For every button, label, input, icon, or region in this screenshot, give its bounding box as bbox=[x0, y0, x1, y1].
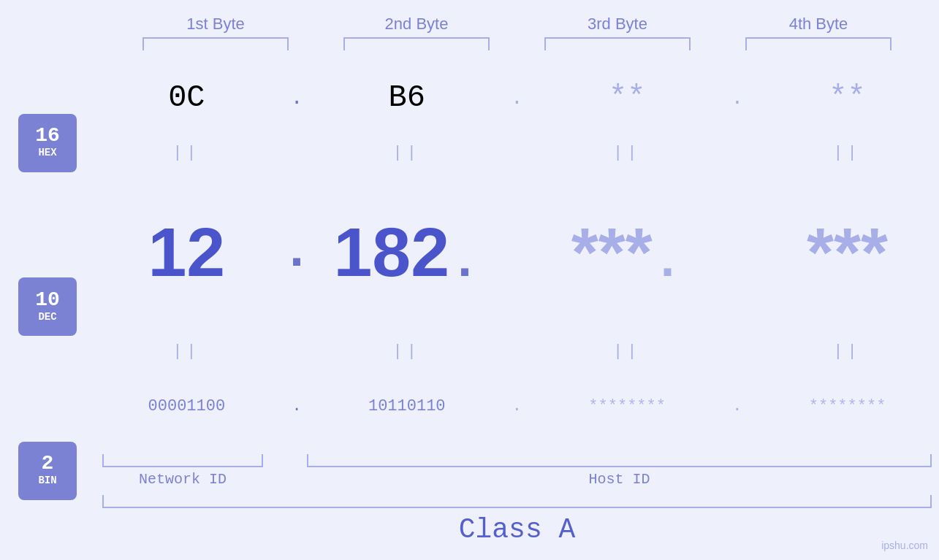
dec-byte-3: ***. bbox=[547, 212, 707, 292]
hex-byte-3: ** bbox=[547, 80, 707, 115]
equals-row-1: || || || || bbox=[95, 142, 939, 164]
bin-badge: 2 BIN bbox=[18, 442, 77, 500]
hex-dot-3: . bbox=[715, 87, 759, 110]
id-labels: Network ID Host ID bbox=[95, 471, 939, 488]
hex-badge: 16 HEX bbox=[18, 114, 77, 172]
bracket-4 bbox=[745, 37, 892, 50]
badges-column: 16 HEX 10 DEC 2 BIN bbox=[0, 54, 95, 560]
dec-val-4: *** bbox=[807, 213, 888, 291]
bin-row: 00001100 . 10110110 . ******** . *******… bbox=[95, 362, 939, 450]
bin-byte-4: ******** bbox=[767, 397, 928, 415]
dec-byte-4: *** bbox=[767, 212, 928, 292]
bin-byte-1: 00001100 bbox=[106, 397, 267, 415]
byte-2-header: 2nd Byte bbox=[336, 15, 497, 34]
eq1-2: || bbox=[327, 144, 487, 162]
dec-byte-2: 182. bbox=[327, 212, 487, 292]
bin-byte-2: 10110110 bbox=[327, 397, 487, 415]
hex-byte-4: ** bbox=[767, 80, 928, 115]
dec-badge-label: DEC bbox=[38, 310, 56, 325]
hex-badge-label: HEX bbox=[38, 146, 56, 161]
hex-val-4: ** bbox=[829, 80, 865, 115]
host-bracket bbox=[307, 454, 932, 467]
bin-badge-label: BIN bbox=[38, 474, 56, 488]
eq1-4: || bbox=[767, 144, 928, 162]
bracket-2 bbox=[343, 37, 490, 50]
dec-val-1: 12 bbox=[148, 213, 226, 291]
hex-byte-2: B6 bbox=[327, 80, 487, 115]
eq2-4: || bbox=[767, 342, 928, 361]
bracket-1 bbox=[142, 37, 289, 50]
bin-val-2: 10110110 bbox=[368, 397, 446, 415]
net-bracket bbox=[102, 454, 263, 467]
byte-headers: 1st Byte 2nd Byte 3rd Byte 4th Byte bbox=[115, 15, 919, 34]
hex-byte-1: 0C bbox=[106, 80, 267, 115]
outer-bracket bbox=[102, 495, 932, 508]
bin-dot-3: . bbox=[715, 397, 759, 415]
values-area: 0C . B6 . ** . ** || || bbox=[95, 54, 939, 560]
byte-4-header: 4th Byte bbox=[738, 15, 899, 34]
dec-badge-number: 10 bbox=[35, 290, 60, 310]
equals-row-2: || || || || bbox=[95, 340, 939, 362]
byte-3-header: 3rd Byte bbox=[537, 15, 698, 34]
hex-val-2: B6 bbox=[389, 80, 425, 115]
hex-dot-2: . bbox=[495, 87, 539, 110]
bracket-3 bbox=[544, 37, 691, 50]
eq1-1: || bbox=[106, 144, 267, 162]
eq1-3: || bbox=[547, 144, 707, 162]
host-id-label: Host ID bbox=[307, 471, 932, 488]
watermark: ipshu.com bbox=[881, 540, 928, 551]
bin-val-1: 00001100 bbox=[148, 397, 226, 415]
eq2-2: || bbox=[327, 342, 487, 361]
hex-val-3: ** bbox=[609, 80, 645, 115]
dec-dot-1: . bbox=[275, 223, 319, 281]
hex-badge-number: 16 bbox=[35, 126, 60, 146]
eq2-1: || bbox=[106, 342, 267, 361]
byte-1-header: 1st Byte bbox=[135, 15, 296, 34]
hex-val-1: 0C bbox=[168, 80, 205, 115]
bin-val-3: ******** bbox=[588, 397, 666, 415]
hex-dot-1: . bbox=[275, 87, 319, 110]
outer-bracket-container bbox=[95, 495, 939, 508]
main-container: 1st Byte 2nd Byte 3rd Byte 4th Byte 16 H… bbox=[0, 0, 939, 560]
hex-row: 0C . B6 . ** . ** bbox=[95, 54, 939, 142]
dec-val-3: *** bbox=[571, 213, 653, 291]
eq2-3: || bbox=[547, 342, 707, 361]
dec-byte-1: 12 bbox=[106, 212, 267, 292]
dec-val-2: 182 bbox=[333, 213, 449, 291]
dec-badge: 10 DEC bbox=[18, 277, 77, 336]
bin-badge-number: 2 bbox=[42, 453, 54, 474]
bin-dot-1: . bbox=[275, 397, 319, 415]
bin-val-4: ******** bbox=[809, 397, 886, 415]
bin-dot-2: . bbox=[495, 397, 539, 415]
class-label: Class A bbox=[95, 508, 939, 560]
network-id-label: Network ID bbox=[102, 471, 263, 488]
top-brackets bbox=[115, 37, 919, 50]
dec-row: 12 . 182. ***. *** bbox=[95, 164, 939, 341]
bottom-brackets bbox=[95, 454, 939, 467]
bin-byte-3: ******** bbox=[547, 397, 707, 415]
